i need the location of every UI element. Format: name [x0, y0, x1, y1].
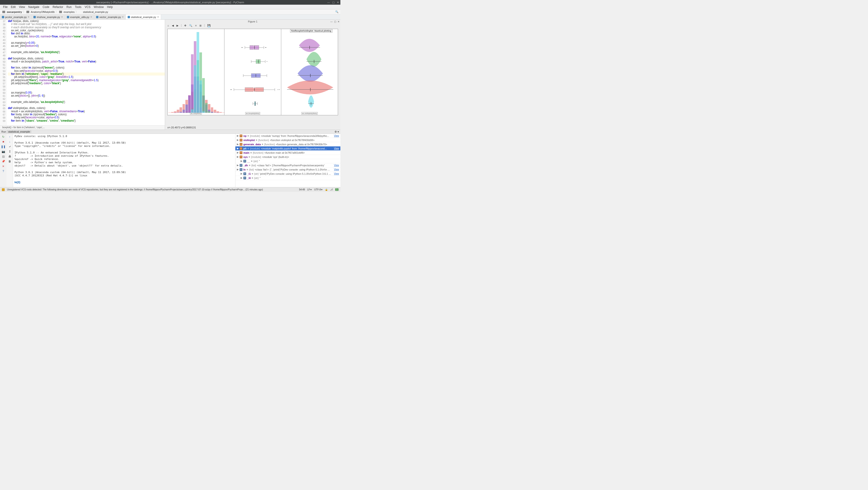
crumb-folder-2[interactable]: examples — [59, 10, 74, 13]
plot-title: hist/boxplot/violinplot: Stastical plott… — [290, 29, 333, 32]
var-row-violinplot[interactable]: ▶≡ violinplot = {function} <function vio… — [236, 138, 340, 142]
pan-icon[interactable]: ✥ — [184, 24, 186, 27]
axes-icon[interactable]: ⊞ — [199, 24, 202, 27]
rerun-icon[interactable]: ↻ — [2, 135, 4, 139]
view-link[interactable]: View — [334, 135, 339, 137]
var-row-_dh[interactable]: ▶≡ _dh = {list} <class 'list'>: ['/home/… — [236, 163, 340, 168]
subplot-boxplot: ax.boxplot(dists) — [224, 29, 281, 115]
tab-example-utils[interactable]: example_utils.py✕ — [65, 15, 94, 20]
var-row-plt[interactable]: ▶≡ plt = {module} <module 'matplotlib.py… — [236, 146, 340, 151]
indicator-badge[interactable]: 1 — [335, 188, 339, 191]
close-button[interactable]: ✕ — [337, 0, 339, 5]
close-icon[interactable]: ✕ — [28, 16, 29, 18]
code-breadcrumb[interactable]: boxplot() › for item in ['whiskers', 'ca… — [0, 125, 165, 129]
close-panel-icon[interactable]: ✕ — [2, 165, 4, 168]
var-type: {module} — [250, 147, 260, 150]
var-row-__[interactable]: ▶≡ __ = {str} '' — [236, 159, 340, 163]
code-editor[interactable]: 37 38 39 40 41 42 43 44 45 46 47 48 49 5… — [0, 20, 165, 129]
close-icon[interactable]: ✕ — [157, 16, 159, 18]
pause-icon[interactable]: ❚❚ — [1, 145, 6, 148]
expand-icon[interactable]: ▶ — [241, 172, 242, 175]
expand-icon[interactable]: ▶ — [237, 134, 239, 137]
view-link[interactable]: View — [334, 147, 339, 150]
menu-help[interactable]: Help — [105, 5, 115, 9]
view-link[interactable]: View — [334, 172, 339, 175]
figure-canvas[interactable]: hist/boxplot/violinplot: Stastical plott… — [165, 27, 340, 125]
menu-code[interactable]: Code — [41, 5, 51, 9]
expand-icon[interactable]: ▶ — [237, 139, 239, 142]
expand-icon[interactable]: ▶ — [237, 168, 239, 171]
maximize-button[interactable]: ▢ — [332, 0, 335, 5]
minimize-button[interactable]: — — [327, 0, 330, 5]
console-output[interactable]: PyDev console: using IPython 5.1.0 Pytho… — [13, 134, 235, 187]
warning-icon[interactable] — [2, 188, 5, 191]
gear-icon[interactable]: ⚙ ▾ — [335, 130, 339, 133]
crumb-folder-1[interactable]: AnatomyOfMatplotlib — [26, 10, 55, 13]
var-row-_i1[interactable]: ▶≡ _i1 = {str} 'print(\'PyDev console: u… — [236, 172, 340, 176]
close-icon[interactable]: ✕ — [61, 16, 63, 18]
save-icon[interactable]: 💾 — [207, 24, 211, 27]
view-link[interactable]: View — [334, 164, 339, 167]
expand-icon[interactable]: ▶ — [237, 147, 239, 150]
scroll-icon[interactable]: ↧ — [9, 150, 11, 153]
expand-icon[interactable]: ▶ — [241, 160, 242, 163]
var-row-main[interactable]: ▶≡ main = {function} <function main at 0… — [236, 151, 340, 155]
wrap-icon[interactable]: ⤶ — [9, 145, 11, 148]
stop-icon[interactable]: ■ — [2, 140, 4, 143]
expand-icon[interactable]: ▶ — [237, 143, 239, 146]
config-icon[interactable]: ≡ — [195, 24, 196, 27]
expand-icon[interactable]: ▶ — [237, 155, 239, 158]
menu-refactor[interactable]: Refactor — [51, 5, 65, 9]
run-config[interactable]: statistical_example — [7, 130, 31, 133]
forward-icon[interactable]: ▶ — [177, 24, 178, 27]
print-icon[interactable]: 🖶 — [8, 155, 11, 158]
view-link[interactable]: View — [334, 168, 339, 171]
home-icon[interactable]: ⌂ — [167, 24, 169, 27]
var-row-In[interactable]: ▶≡ In = {list} <class 'list'>: ['', 'pri… — [236, 168, 340, 172]
menu-tools[interactable]: Tools — [73, 5, 83, 9]
var-row-_iii[interactable]: ▶≡ _iii = {str} '' — [236, 176, 340, 180]
menu-run[interactable]: Run — [65, 5, 73, 9]
tab-vector[interactable]: vector_example.py✕ — [94, 15, 126, 20]
trash-icon[interactable]: 🗑 — [8, 160, 11, 163]
menu-window[interactable]: Window — [92, 5, 105, 9]
expand-icon[interactable]: ▶ — [237, 151, 239, 154]
fig-minimize-button[interactable]: — — [330, 20, 333, 24]
fig-close-button[interactable]: ✕ — [338, 20, 339, 24]
var-row-generate_data[interactable]: ▶≡ generate_data = {function} <function … — [236, 142, 340, 146]
down-icon[interactable]: ↓ — [9, 140, 10, 143]
menu-view[interactable]: View — [17, 5, 27, 9]
search-icon[interactable]: 🔍 — [335, 10, 339, 13]
close-icon[interactable]: ✕ — [90, 16, 92, 18]
crumb-file[interactable]: statistical_example.py — [79, 10, 108, 13]
tab-pcolor[interactable]: pcolor_example.py✕ — [0, 15, 32, 20]
menu-navigate[interactable]: Navigate — [27, 5, 41, 9]
layout-icon[interactable]: ▤ — [2, 155, 5, 158]
git-icon[interactable]: ⎇ — [330, 188, 333, 191]
back-icon[interactable]: ◀ — [172, 24, 174, 27]
zoom-icon[interactable]: 🔍 — [189, 24, 192, 27]
line-separator[interactable]: LF≑ — [307, 188, 312, 191]
window-title: swcarpentry [~/PycharmProjects/swcarpent… — [96, 1, 244, 4]
dump-icon[interactable]: 📷 — [2, 150, 5, 153]
code-area[interactable]: def hist(ax, dists, colors): # We could … — [6, 20, 165, 125]
crumb-project[interactable]: swcarpentry — [2, 10, 22, 13]
fig-maximize-button[interactable]: ▢ — [334, 20, 336, 24]
variables-panel[interactable]: ▶≡ np = {module} <module 'numpy' from '/… — [235, 134, 340, 187]
menu-vcs[interactable]: VCS — [83, 5, 92, 9]
tab-imshow[interactable]: imshow_example.py✕ — [32, 15, 65, 20]
tab-statistical[interactable]: statistical_example.py✕ — [126, 15, 161, 20]
expand-icon[interactable]: ▶ — [237, 164, 239, 167]
menu-file[interactable]: File — [1, 5, 9, 9]
var-row-sys[interactable]: ▶≡ sys = {module} <module 'sys' (built-i… — [236, 155, 340, 159]
file-encoding[interactable]: UTF-8≑ — [314, 188, 322, 191]
pin-icon[interactable]: 📌 — [2, 160, 5, 163]
type-icon: ≡ — [240, 151, 242, 154]
up-icon[interactable]: ↑ — [9, 135, 10, 139]
close-icon[interactable]: ✕ — [122, 16, 124, 18]
help-icon[interactable]: ? — [3, 170, 4, 173]
var-row-np[interactable]: ▶≡ np = {module} <module 'numpy' from '/… — [236, 134, 340, 138]
lock-icon[interactable]: 🔒 — [325, 188, 328, 191]
expand-icon[interactable]: ▶ — [241, 176, 242, 179]
menu-edit[interactable]: Edit — [9, 5, 17, 9]
